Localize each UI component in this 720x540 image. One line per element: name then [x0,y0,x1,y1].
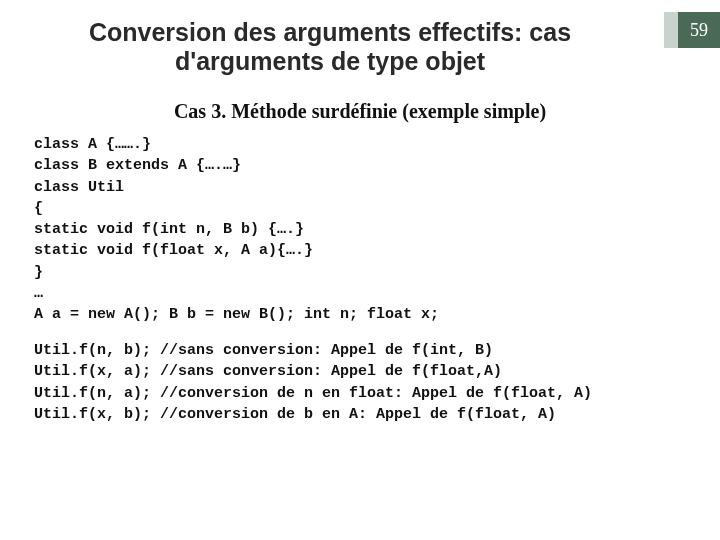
code-block-calls: Util.f(n, b); //sans conversion: Appel d… [34,340,592,425]
slide-subtitle: Cas 3. Méthode surdéfinie (exemple simpl… [0,100,720,123]
code-block-defs: class A {…….} class B extends A {….…} cl… [34,134,439,326]
page-number: 59 [690,20,708,41]
title-line2: d'arguments de type objet [175,47,485,75]
slide-title: Conversion des arguments effectifs: cas … [0,18,660,76]
page-number-box: 59 [664,12,720,48]
title-line1: Conversion des arguments effectifs: cas [89,18,571,46]
